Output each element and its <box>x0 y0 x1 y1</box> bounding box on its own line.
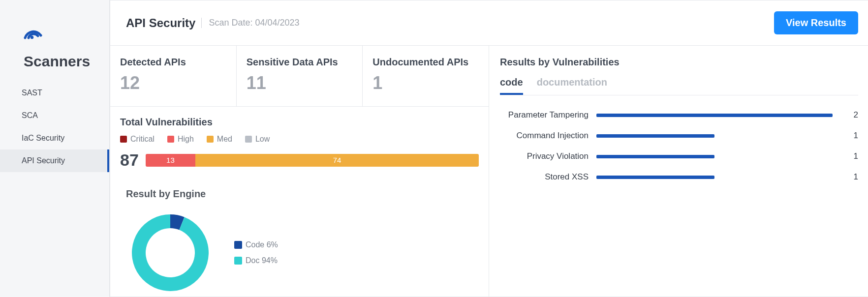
swatch-icon <box>207 136 214 143</box>
bar-segment-med: 74 <box>195 154 479 167</box>
engine-donut-chart <box>126 208 215 297</box>
sidebar-item-label: SCA <box>22 111 38 119</box>
sidebar-title: Scanners <box>0 53 109 82</box>
vuln-count: 1 <box>848 172 858 182</box>
swatch-icon <box>167 136 174 143</box>
severity-legend: Critical High Med Low <box>120 135 479 144</box>
legend-label: Med <box>217 135 232 144</box>
engine-legend: Code 6% Doc 94% <box>234 240 278 265</box>
legend-critical: Critical <box>120 135 155 144</box>
view-results-button[interactable]: View Results <box>774 11 858 34</box>
legend-label: Low <box>255 135 270 144</box>
swatch-icon <box>234 241 242 249</box>
vuln-count: 1 <box>848 151 858 161</box>
section-title: Result by Engine <box>126 188 479 200</box>
vuln-bar <box>596 176 714 179</box>
stat-value: 12 <box>120 73 226 93</box>
vuln-name: Stored XSS <box>500 172 589 182</box>
vuln-bar <box>596 114 833 117</box>
vuln-row: Command Injection1 <box>500 131 858 141</box>
vulnerabilities-stacked-bar: 1374 <box>146 154 479 167</box>
tab-documentation[interactable]: documentation <box>537 77 607 95</box>
legend-med: Med <box>207 135 232 144</box>
section-title: Total Vulnerabilities <box>120 117 479 128</box>
legend-label: Doc 94% <box>246 256 278 265</box>
vuln-count: 1 <box>848 131 858 141</box>
legend-low: Low <box>245 135 270 144</box>
stats-row: Detected APIs 12 Sensitive Data APIs 11 … <box>110 46 489 107</box>
stat-value: 1 <box>372 73 479 93</box>
stat-label: Undocumented APIs <box>372 57 479 68</box>
legend-high: High <box>167 135 194 144</box>
stat-value: 11 <box>247 73 353 93</box>
legend-label: High <box>178 135 194 144</box>
stat-detected-apis: Detected APIs 12 <box>110 46 237 106</box>
total-vulnerabilities: Total Vulnerabilities Critical High Med … <box>110 107 489 175</box>
swatch-icon <box>120 136 127 143</box>
main: API Security Scan Date: 04/04/2023 View … <box>110 0 868 297</box>
vuln-row: Stored XSS1 <box>500 172 858 182</box>
stat-label: Sensitive Data APIs <box>247 57 353 68</box>
logo <box>0 25 109 41</box>
legend-label: Code 6% <box>246 240 278 249</box>
legend-doc: Doc 94% <box>234 256 278 265</box>
sidebar: Scanners SAST SCA IaC Security API Secur… <box>0 0 110 297</box>
vuln-name: Parameter Tampering <box>500 110 589 120</box>
vuln-bar <box>596 134 714 138</box>
page-title: API Security <box>126 16 195 30</box>
svg-point-0 <box>31 36 33 39</box>
bar-segment-high: 13 <box>146 154 195 167</box>
swatch-icon <box>234 257 242 265</box>
vuln-row: Privacy Violation1 <box>500 151 858 161</box>
tab-code[interactable]: code <box>500 77 523 95</box>
stat-undocumented-apis: Undocumented APIs 1 <box>363 46 489 106</box>
legend-label: Critical <box>130 135 155 144</box>
vuln-bar-row: 87 1374 <box>120 150 479 170</box>
left-column: Detected APIs 12 Sensitive Data APIs 11 … <box>110 46 489 297</box>
legend-code: Code 6% <box>234 240 278 249</box>
logo-icon <box>24 25 42 41</box>
section-title: Results by Vulnerabilities <box>500 57 858 68</box>
scan-date: Scan Date: 04/04/2023 <box>201 18 299 28</box>
donut-slice-doc <box>132 214 209 291</box>
sidebar-item-label: API Security <box>22 156 65 165</box>
vuln-bar <box>596 155 714 158</box>
stat-label: Detected APIs <box>120 57 226 68</box>
results-tabs: code documentation <box>500 77 858 95</box>
sidebar-item-api-security[interactable]: API Security <box>0 149 109 172</box>
vuln-row: Parameter Tampering2 <box>500 110 858 120</box>
app-root: Scanners SAST SCA IaC Security API Secur… <box>0 0 868 297</box>
vuln-total-value: 87 <box>120 150 139 170</box>
sidebar-item-label: SAST <box>22 89 42 97</box>
stat-sensitive-apis: Sensitive Data APIs 11 <box>237 46 363 106</box>
right-column: Results by Vulnerabilities code document… <box>489 46 868 297</box>
header: API Security Scan Date: 04/04/2023 View … <box>110 0 868 46</box>
sidebar-item-sast[interactable]: SAST <box>0 82 109 104</box>
vuln-name: Command Injection <box>500 131 589 141</box>
vuln-count: 2 <box>848 110 858 120</box>
vuln-name: Privacy Violation <box>500 151 589 161</box>
sidebar-item-iac-security[interactable]: IaC Security <box>0 127 109 149</box>
content: Detected APIs 12 Sensitive Data APIs 11 … <box>110 46 868 297</box>
swatch-icon <box>245 136 252 143</box>
sidebar-item-sca[interactable]: SCA <box>0 104 109 127</box>
sidebar-item-label: IaC Security <box>22 134 64 142</box>
vulnerabilities-list: Parameter Tampering2Command Injection1Pr… <box>500 110 858 182</box>
result-by-engine: Result by Engine Code 6% Doc 94% <box>110 175 489 297</box>
